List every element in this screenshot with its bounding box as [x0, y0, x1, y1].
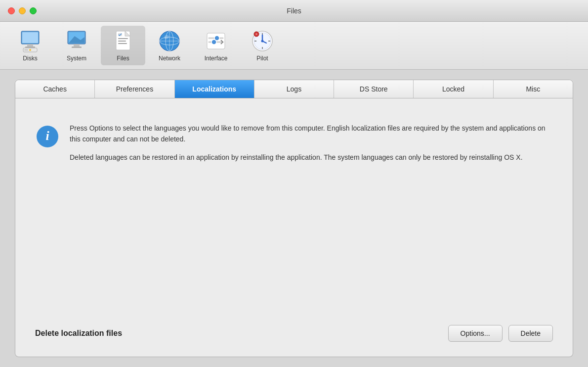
svg-rect-6 — [24, 49, 28, 50]
toolbar-label-disks: Disks — [23, 55, 37, 62]
info-section: i Press Options to select the languages … — [35, 123, 553, 163]
network-icon — [158, 29, 181, 53]
svg-rect-16 — [118, 43, 127, 44]
tab-caches[interactable]: Caches — [15, 80, 95, 98]
content-panel: i Press Options to select the languages … — [15, 98, 573, 357]
tab-misc[interactable]: Misc — [494, 80, 573, 98]
toolbar-item-disks[interactable]: Disks — [8, 26, 52, 65]
bottom-bar: Delete localization files Options... Del… — [35, 317, 553, 342]
toolbar-label-interface: Interface — [205, 55, 228, 62]
tab-logs[interactable]: Logs — [254, 80, 334, 98]
title-bar: Files — [0, 0, 588, 22]
toolbar-item-files[interactable]: Files — [101, 26, 145, 65]
bottom-label: Delete localization files — [35, 329, 122, 338]
svg-point-5 — [29, 49, 31, 51]
minimize-button[interactable] — [19, 7, 26, 14]
svg-point-37 — [261, 40, 264, 43]
svg-rect-11 — [72, 46, 82, 48]
interface-icon — [204, 29, 228, 53]
toolbar-label-files: Files — [117, 55, 129, 62]
info-paragraph-1: Press Options to select the languages yo… — [70, 123, 553, 144]
tabs-container: Caches Preferences Localizations Logs DS… — [15, 80, 573, 98]
svg-point-28 — [211, 40, 216, 45]
files-icon — [111, 29, 135, 53]
svg-text:i: i — [45, 129, 49, 143]
toolbar: Disks System — [0, 22, 588, 70]
toolbar-label-network: Network — [159, 55, 180, 62]
main-content: Caches Preferences Localizations Logs DS… — [0, 70, 588, 367]
svg-rect-1 — [22, 32, 38, 43]
toolbar-item-pilot[interactable]: Pilot — [240, 26, 285, 65]
toolbar-item-interface[interactable]: Interface — [194, 26, 238, 65]
svg-point-39 — [255, 33, 257, 35]
info-icon: i — [35, 125, 60, 150]
disks-icon — [18, 29, 42, 53]
toolbar-label-pilot: Pilot — [256, 55, 268, 62]
tab-localizations[interactable]: Localizations — [175, 80, 254, 98]
toolbar-label-system: System — [67, 55, 86, 62]
bottom-actions: Options... Delete — [448, 325, 553, 342]
tab-preferences[interactable]: Preferences — [95, 80, 174, 98]
close-button[interactable] — [8, 7, 15, 14]
info-paragraph-2: Deleted languages can be restored in an … — [70, 152, 553, 163]
window-controls — [8, 7, 37, 14]
svg-rect-2 — [27, 44, 33, 46]
svg-rect-15 — [118, 41, 126, 42]
window-title: Files — [287, 7, 301, 15]
delete-button[interactable]: Delete — [508, 325, 553, 342]
toolbar-item-system[interactable]: System — [54, 26, 99, 65]
svg-rect-10 — [74, 44, 80, 46]
svg-rect-14 — [118, 38, 128, 39]
info-text: Press Options to select the languages yo… — [70, 123, 553, 163]
maximize-button[interactable] — [30, 7, 37, 14]
system-icon — [65, 29, 88, 53]
tab-locked[interactable]: Locked — [414, 80, 493, 98]
options-button[interactable]: Options... — [448, 325, 503, 342]
tab-ds-store[interactable]: DS Store — [334, 80, 414, 98]
pilot-icon — [251, 29, 274, 53]
toolbar-item-network[interactable]: Network — [147, 26, 192, 65]
